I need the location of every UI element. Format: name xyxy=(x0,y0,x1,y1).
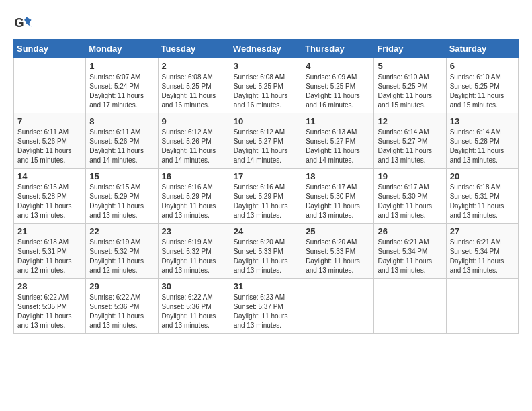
day-info: Sunrise: 6:22 AM Sunset: 5:36 PM Dayligh… xyxy=(162,293,226,330)
day-info: Sunrise: 6:23 AM Sunset: 5:37 PM Dayligh… xyxy=(234,293,298,330)
day-number: 15 xyxy=(89,171,154,181)
day-info: Sunrise: 6:20 AM Sunset: 5:33 PM Dayligh… xyxy=(306,238,370,275)
day-number: 16 xyxy=(162,171,226,181)
day-number: 18 xyxy=(306,171,370,181)
calendar-cell: 21Sunrise: 6:18 AM Sunset: 5:31 PM Dayli… xyxy=(14,224,86,279)
day-number: 3 xyxy=(234,61,298,71)
day-number: 7 xyxy=(17,116,82,126)
day-info: Sunrise: 6:11 AM Sunset: 5:26 PM Dayligh… xyxy=(89,128,154,165)
calendar-cell: 24Sunrise: 6:20 AM Sunset: 5:33 PM Dayli… xyxy=(230,224,302,279)
day-info: Sunrise: 6:12 AM Sunset: 5:27 PM Dayligh… xyxy=(234,128,298,165)
day-number: 1 xyxy=(89,61,154,71)
day-number: 2 xyxy=(162,61,226,71)
weekday-header-thursday: Thursday xyxy=(302,40,374,58)
calendar-table: SundayMondayTuesdayWednesdayThursdayFrid… xyxy=(13,39,519,334)
svg-marker-1 xyxy=(24,17,32,27)
day-number: 10 xyxy=(234,116,298,126)
day-info: Sunrise: 6:15 AM Sunset: 5:28 PM Dayligh… xyxy=(17,183,82,220)
logo-icon: G xyxy=(13,13,32,32)
day-info: Sunrise: 6:18 AM Sunset: 5:31 PM Dayligh… xyxy=(450,183,515,220)
day-info: Sunrise: 6:18 AM Sunset: 5:31 PM Dayligh… xyxy=(17,238,82,275)
calendar-cell: 29Sunrise: 6:22 AM Sunset: 5:36 PM Dayli… xyxy=(86,279,158,334)
day-info: Sunrise: 6:17 AM Sunset: 5:30 PM Dayligh… xyxy=(378,183,442,220)
day-number: 17 xyxy=(234,171,298,181)
day-number: 28 xyxy=(17,281,82,291)
calendar-header-row: SundayMondayTuesdayWednesdayThursdayFrid… xyxy=(14,40,519,58)
day-info: Sunrise: 6:20 AM Sunset: 5:33 PM Dayligh… xyxy=(234,238,298,275)
day-number: 24 xyxy=(234,226,298,236)
day-info: Sunrise: 6:10 AM Sunset: 5:25 PM Dayligh… xyxy=(450,73,515,110)
day-number: 19 xyxy=(378,171,442,181)
weekday-header-tuesday: Tuesday xyxy=(158,40,230,58)
calendar-cell: 6Sunrise: 6:10 AM Sunset: 5:25 PM Daylig… xyxy=(446,58,518,113)
calendar-week-5: 28Sunrise: 6:22 AM Sunset: 5:35 PM Dayli… xyxy=(14,279,519,334)
day-number: 5 xyxy=(378,61,442,71)
day-info: Sunrise: 6:15 AM Sunset: 5:29 PM Dayligh… xyxy=(89,183,154,220)
day-number: 13 xyxy=(450,116,515,126)
day-info: Sunrise: 6:19 AM Sunset: 5:32 PM Dayligh… xyxy=(162,238,226,275)
calendar-cell: 31Sunrise: 6:23 AM Sunset: 5:37 PM Dayli… xyxy=(230,279,302,334)
calendar-week-2: 7Sunrise: 6:11 AM Sunset: 5:26 PM Daylig… xyxy=(14,113,519,169)
calendar-cell: 11Sunrise: 6:13 AM Sunset: 5:27 PM Dayli… xyxy=(302,113,374,169)
day-info: Sunrise: 6:16 AM Sunset: 5:29 PM Dayligh… xyxy=(234,183,298,220)
calendar-cell: 17Sunrise: 6:16 AM Sunset: 5:29 PM Dayli… xyxy=(230,169,302,224)
day-number: 20 xyxy=(450,171,515,181)
calendar-cell: 20Sunrise: 6:18 AM Sunset: 5:31 PM Dayli… xyxy=(446,169,518,224)
day-number: 25 xyxy=(306,226,370,236)
calendar-cell: 13Sunrise: 6:14 AM Sunset: 5:28 PM Dayli… xyxy=(446,113,518,169)
calendar-cell: 12Sunrise: 6:14 AM Sunset: 5:27 PM Dayli… xyxy=(374,113,446,169)
day-number: 29 xyxy=(89,281,154,291)
day-info: Sunrise: 6:12 AM Sunset: 5:26 PM Dayligh… xyxy=(162,128,226,165)
weekday-header-friday: Friday xyxy=(374,40,446,58)
day-number: 8 xyxy=(89,116,154,126)
day-info: Sunrise: 6:10 AM Sunset: 5:25 PM Dayligh… xyxy=(378,73,442,110)
calendar-cell: 18Sunrise: 6:17 AM Sunset: 5:30 PM Dayli… xyxy=(302,169,374,224)
day-info: Sunrise: 6:17 AM Sunset: 5:30 PM Dayligh… xyxy=(306,183,370,220)
day-number: 12 xyxy=(378,116,442,126)
day-number: 14 xyxy=(17,171,82,181)
day-info: Sunrise: 6:16 AM Sunset: 5:29 PM Dayligh… xyxy=(162,183,226,220)
page-header: G xyxy=(13,13,519,32)
day-number: 23 xyxy=(162,226,226,236)
weekday-header-wednesday: Wednesday xyxy=(230,40,302,58)
day-number: 26 xyxy=(378,226,442,236)
calendar-cell: 15Sunrise: 6:15 AM Sunset: 5:29 PM Dayli… xyxy=(86,169,158,224)
calendar-cell: 19Sunrise: 6:17 AM Sunset: 5:30 PM Dayli… xyxy=(374,169,446,224)
calendar-cell: 26Sunrise: 6:21 AM Sunset: 5:34 PM Dayli… xyxy=(374,224,446,279)
day-info: Sunrise: 6:08 AM Sunset: 5:25 PM Dayligh… xyxy=(234,73,298,110)
day-info: Sunrise: 6:22 AM Sunset: 5:36 PM Dayligh… xyxy=(89,293,154,330)
day-number: 4 xyxy=(306,61,370,71)
day-number: 9 xyxy=(162,116,226,126)
calendar-cell: 5Sunrise: 6:10 AM Sunset: 5:25 PM Daylig… xyxy=(374,58,446,113)
calendar-cell xyxy=(374,279,446,334)
day-info: Sunrise: 6:08 AM Sunset: 5:25 PM Dayligh… xyxy=(162,73,226,110)
calendar-week-1: 1Sunrise: 6:07 AM Sunset: 5:24 PM Daylig… xyxy=(14,58,519,113)
calendar-cell: 23Sunrise: 6:19 AM Sunset: 5:32 PM Dayli… xyxy=(158,224,230,279)
calendar-cell xyxy=(14,58,86,113)
day-number: 31 xyxy=(234,281,298,291)
calendar-cell: 25Sunrise: 6:20 AM Sunset: 5:33 PM Dayli… xyxy=(302,224,374,279)
weekday-header-sunday: Sunday xyxy=(14,40,86,58)
day-info: Sunrise: 6:07 AM Sunset: 5:24 PM Dayligh… xyxy=(89,73,154,110)
weekday-header-monday: Monday xyxy=(86,40,158,58)
day-number: 6 xyxy=(450,61,515,71)
calendar-cell xyxy=(302,279,374,334)
day-info: Sunrise: 6:09 AM Sunset: 5:25 PM Dayligh… xyxy=(306,73,370,110)
day-info: Sunrise: 6:14 AM Sunset: 5:27 PM Dayligh… xyxy=(378,128,442,165)
day-number: 27 xyxy=(450,226,515,236)
day-info: Sunrise: 6:14 AM Sunset: 5:28 PM Dayligh… xyxy=(450,128,515,165)
day-number: 11 xyxy=(306,116,370,126)
day-info: Sunrise: 6:21 AM Sunset: 5:34 PM Dayligh… xyxy=(378,238,442,275)
day-number: 21 xyxy=(17,226,82,236)
day-number: 30 xyxy=(162,281,226,291)
calendar-cell xyxy=(446,279,518,334)
calendar-cell: 14Sunrise: 6:15 AM Sunset: 5:28 PM Dayli… xyxy=(14,169,86,224)
calendar-cell: 16Sunrise: 6:16 AM Sunset: 5:29 PM Dayli… xyxy=(158,169,230,224)
calendar-cell: 30Sunrise: 6:22 AM Sunset: 5:36 PM Dayli… xyxy=(158,279,230,334)
calendar-cell: 28Sunrise: 6:22 AM Sunset: 5:35 PM Dayli… xyxy=(14,279,86,334)
day-number: 22 xyxy=(89,226,154,236)
day-info: Sunrise: 6:19 AM Sunset: 5:32 PM Dayligh… xyxy=(89,238,154,275)
calendar-cell: 1Sunrise: 6:07 AM Sunset: 5:24 PM Daylig… xyxy=(86,58,158,113)
calendar-cell: 10Sunrise: 6:12 AM Sunset: 5:27 PM Dayli… xyxy=(230,113,302,169)
calendar-week-3: 14Sunrise: 6:15 AM Sunset: 5:28 PM Dayli… xyxy=(14,169,519,224)
